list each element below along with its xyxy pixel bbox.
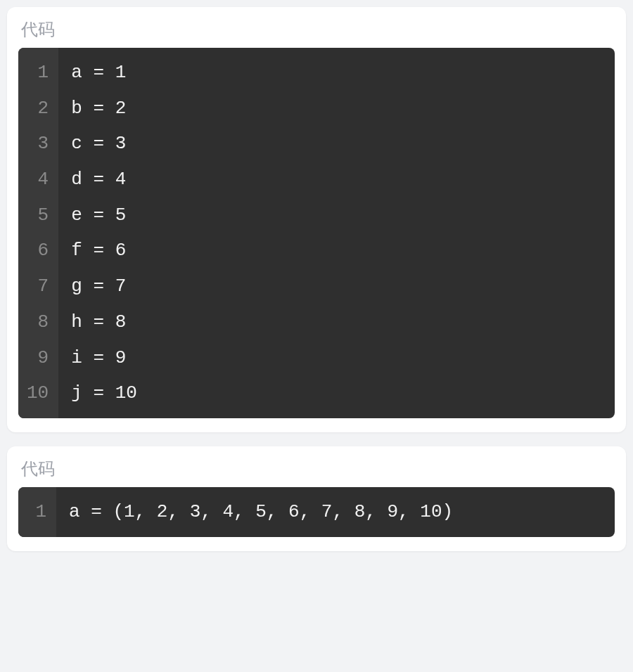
code-card: 代码 1 2 3 4 5 6 7 8 9 10 a = 1 b = 2 c = … xyxy=(7,7,626,432)
line-number: 4 xyxy=(27,162,51,198)
line-number: 2 xyxy=(27,91,51,127)
line-number: 1 xyxy=(27,494,49,530)
line-number: 1 xyxy=(27,55,51,91)
code-line: f = 6 xyxy=(71,240,126,261)
code-line: g = 7 xyxy=(71,276,126,297)
code-content[interactable]: a = (1, 2, 3, 4, 5, 6, 7, 8, 9, 10) xyxy=(56,487,615,537)
code-card-title: 代码 xyxy=(18,455,615,487)
code-line: c = 3 xyxy=(71,133,126,154)
code-content[interactable]: a = 1 b = 2 c = 3 d = 4 e = 5 f = 6 g = … xyxy=(58,48,615,418)
line-number: 5 xyxy=(27,198,51,233)
line-number: 7 xyxy=(27,269,51,304)
code-line: e = 5 xyxy=(71,205,126,226)
line-number: 8 xyxy=(27,304,51,340)
code-line: d = 4 xyxy=(71,169,126,190)
line-number: 10 xyxy=(27,375,51,411)
line-number: 6 xyxy=(27,233,51,269)
code-line: a = 1 xyxy=(71,62,126,83)
code-block: 1 a = (1, 2, 3, 4, 5, 6, 7, 8, 9, 10) xyxy=(18,487,615,537)
line-number: 3 xyxy=(27,126,51,162)
code-block: 1 2 3 4 5 6 7 8 9 10 a = 1 b = 2 c = 3 d… xyxy=(18,48,615,418)
line-number-gutter: 1 2 3 4 5 6 7 8 9 10 xyxy=(18,48,58,418)
code-line: b = 2 xyxy=(71,98,126,119)
code-line: h = 8 xyxy=(71,311,126,332)
code-line: j = 10 xyxy=(71,382,137,403)
code-card: 代码 1 a = (1, 2, 3, 4, 5, 6, 7, 8, 9, 10) xyxy=(7,446,626,551)
code-line: i = 9 xyxy=(71,347,126,368)
code-line: a = (1, 2, 3, 4, 5, 6, 7, 8, 9, 10) xyxy=(69,501,453,522)
line-number-gutter: 1 xyxy=(18,487,56,537)
line-number: 9 xyxy=(27,340,51,376)
code-card-title: 代码 xyxy=(18,15,615,48)
